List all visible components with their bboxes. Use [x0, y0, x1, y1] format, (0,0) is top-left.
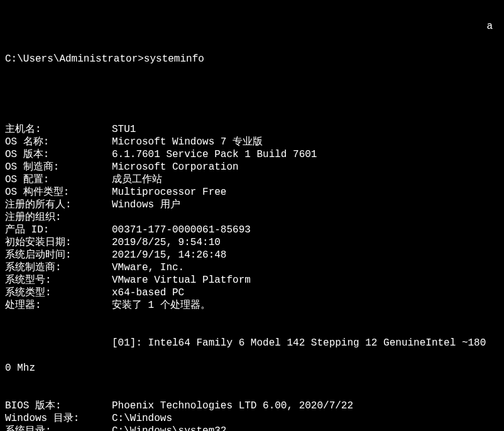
field-value: STU1	[112, 123, 136, 136]
command-prompt-line: C:\Users\Administrator>systeminfo	[5, 53, 499, 65]
output-row: OS 配置:成员工作站	[5, 173, 499, 186]
stray-char: a	[486, 20, 493, 33]
systeminfo-output-block-2: BIOS 版本:Phoenix Technologies LTD 6.00, 2…	[5, 400, 499, 431]
output-row: 主机名:STU1	[5, 123, 499, 136]
output-row: OS 名称:Microsoft Windows 7 专业版	[5, 136, 499, 148]
output-row: 注册的所有人:Windows 用户	[5, 199, 499, 211]
output-row: OS 版本:6.1.7601 Service Pack 1 Build 7601	[5, 148, 499, 161]
processor-detail-line: [01]: Intel64 Family 6 Model 142 Steppin…	[5, 337, 499, 349]
field-value: 00371-177-0000061-85693	[112, 224, 251, 236]
output-row: 处理器:安装了 1 个处理器。	[5, 299, 499, 312]
field-label: 系统型号:	[5, 274, 112, 286]
systeminfo-output-block-1: 主机名:STU1OS 名称:Microsoft Windows 7 专业版OS …	[5, 123, 499, 312]
field-label: 产品 ID:	[5, 224, 112, 236]
field-value: Multiprocessor Free	[112, 186, 226, 199]
field-value: 2019/8/25, 9:54:10	[112, 236, 221, 249]
field-value: C:\Windows	[112, 412, 172, 425]
processor-detail-wrap: 0 Mhz	[5, 362, 499, 374]
field-label: 系统制造商:	[5, 261, 112, 274]
field-label: OS 配置:	[5, 173, 112, 186]
field-label: 处理器:	[5, 299, 112, 312]
field-value: 安装了 1 个处理器。	[112, 299, 211, 312]
field-value: 2021/9/15, 14:26:48	[112, 249, 226, 261]
field-label: 系统目录:	[5, 425, 112, 431]
field-value: C:\Windows\system32	[112, 425, 226, 431]
field-value: VMware, Inc.	[112, 261, 184, 274]
field-label: 主机名:	[5, 123, 112, 136]
field-label: Windows 目录:	[5, 412, 112, 425]
field-value: Microsoft Windows 7 专业版	[112, 136, 263, 148]
field-value: x64-based PC	[112, 286, 184, 299]
output-row: 系统类型:x64-based PC	[5, 286, 499, 299]
field-label: 注册的组织:	[5, 211, 112, 224]
field-label: 初始安装日期:	[5, 236, 112, 249]
output-row: 初始安装日期:2019/8/25, 9:54:10	[5, 236, 499, 249]
field-label: OS 名称:	[5, 136, 112, 148]
output-row: 系统目录:C:\Windows\system32	[5, 425, 499, 431]
output-row: OS 制造商:Microsoft Corporation	[5, 161, 499, 173]
field-label: OS 版本:	[5, 148, 112, 161]
field-label: OS 构件类型:	[5, 186, 112, 199]
field-label: 系统启动时间:	[5, 249, 112, 261]
output-row: Windows 目录:C:\Windows	[5, 412, 499, 425]
field-label: 注册的所有人:	[5, 199, 112, 211]
output-row: 注册的组织:	[5, 211, 499, 224]
field-value: VMware Virtual Platform	[112, 274, 251, 286]
output-row: 系统型号:VMware Virtual Platform	[5, 274, 499, 286]
output-row: OS 构件类型:Multiprocessor Free	[5, 186, 499, 199]
field-value: Microsoft Corporation	[112, 161, 239, 173]
field-label: 系统类型:	[5, 286, 112, 299]
field-value: Windows 用户	[112, 199, 180, 211]
output-row: 产品 ID:00371-177-0000061-85693	[5, 224, 499, 236]
field-label: OS 制造商:	[5, 161, 112, 173]
field-value: Phoenix Technologies LTD 6.00, 2020/7/22	[112, 400, 353, 412]
output-row: 系统制造商:VMware, Inc.	[5, 261, 499, 274]
field-label: BIOS 版本:	[5, 400, 112, 412]
field-value: 成员工作站	[112, 173, 162, 186]
field-value: 6.1.7601 Service Pack 1 Build 7601	[112, 148, 317, 161]
output-row: 系统启动时间:2021/9/15, 14:26:48	[5, 249, 499, 261]
output-row: BIOS 版本:Phoenix Technologies LTD 6.00, 2…	[5, 400, 499, 412]
